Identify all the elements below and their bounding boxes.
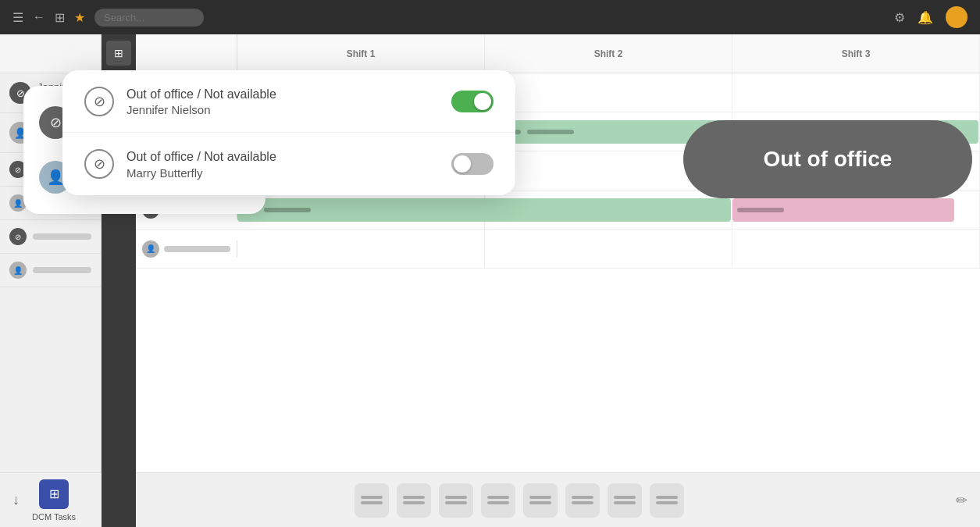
taskbar-icon-8[interactable]	[650, 483, 684, 518]
taskbar-icon-4[interactable]	[481, 483, 515, 518]
row4-cell2	[485, 191, 732, 229]
pencil-icon[interactable]: ✏	[956, 492, 968, 509]
toggle-knob-marry	[454, 155, 471, 173]
taskbar-icon-6[interactable]	[565, 483, 600, 518]
shift2-header: Shift 2	[485, 34, 732, 73]
row5-cell1	[237, 230, 485, 268]
row5-cell2	[485, 230, 732, 268]
event-pink-1[interactable]	[732, 198, 954, 222]
menu-icon[interactable]: ☰	[12, 10, 23, 25]
cal-header: Shift 1 Shift 2 Shift 3	[136, 34, 980, 73]
out-of-office-pill: Out of office	[683, 120, 972, 198]
avatar-5: ⊘	[9, 228, 27, 245]
navbar: ☰ ← ⊞ ★ ⚙ 🔔	[0, 0, 980, 34]
avatar-6: 👤	[9, 262, 27, 279]
grid-icon[interactable]: ⊞	[55, 10, 65, 25]
dcm-tasks-label: DCM Tasks	[32, 512, 76, 522]
popup-icon-marry: ⊘	[84, 149, 114, 179]
taskbar-icon-3[interactable]	[439, 483, 473, 518]
row1-cell3	[732, 73, 980, 112]
out-of-office-label: Out of office	[764, 147, 893, 172]
star-icon[interactable]: ★	[74, 10, 85, 25]
taskbar-icon-2[interactable]	[397, 483, 431, 518]
toggle-marry[interactable]	[451, 153, 494, 175]
employee-item-5[interactable]: ⊘	[0, 220, 101, 254]
taskbar-small-icons	[88, 483, 950, 518]
search-input[interactable]	[94, 9, 204, 27]
name-col-header	[136, 34, 237, 73]
row5-cells	[237, 230, 980, 268]
bell-icon[interactable]: 🔔	[918, 10, 933, 25]
popup-inner: ⊘ Out of office / Not available Jennifer…	[62, 70, 515, 195]
taskbar-icon-1[interactable]	[355, 483, 389, 518]
shift1-header: Shift 1	[237, 34, 485, 73]
navbar-right: ⚙ 🔔	[894, 6, 968, 28]
taskbar-icon-5[interactable]	[523, 483, 558, 518]
row1-cell2	[485, 73, 732, 112]
employee-item-6[interactable]: 👤	[0, 254, 101, 287]
popup-subtitle-marry: Marry Butterfly	[127, 166, 439, 180]
back-icon[interactable]: ←	[33, 10, 45, 24]
out-of-office-popup: ⊘ Out of office / Not available Jennifer…	[62, 70, 515, 195]
popup-row-jennifer: ⊘ Out of office / Not available Jennifer…	[62, 70, 515, 133]
row-name-5: 👤	[136, 240, 237, 258]
toggle-jennifer[interactable]	[451, 91, 494, 112]
popup-title-marry: Out of office / Not available	[127, 148, 439, 166]
settings-icon[interactable]: ⚙	[894, 10, 905, 25]
row4-cell1	[237, 191, 485, 229]
popup-text-jennifer: Out of office / Not available Jennifer N…	[127, 86, 439, 116]
dcm-tasks-app[interactable]: ⊞ DCM Tasks	[26, 476, 82, 525]
user-avatar[interactable]	[946, 6, 968, 28]
popup-title-jennifer: Out of office / Not available	[127, 86, 439, 103]
popup-text-marry: Out of office / Not available Marry Butt…	[127, 148, 439, 179]
table-row: 👤	[136, 230, 980, 269]
popup-icon-jennifer: ⊘	[84, 87, 114, 116]
dcm-tasks-icon: ⊞	[39, 479, 69, 509]
row5-avatar: 👤	[142, 240, 159, 258]
taskbar: ↓ ⊞ DCM Tasks ✏	[0, 472, 980, 527]
row5-cell3	[732, 230, 980, 268]
popup-subtitle-jennifer: Jennifer Nielson	[127, 103, 439, 116]
shift3-header: Shift 3	[732, 34, 980, 73]
taskbar-icon-7[interactable]	[608, 483, 642, 518]
table-icon[interactable]: ⊞	[106, 41, 131, 66]
toggle-knob-jennifer	[474, 93, 491, 110]
popup-row-marry: ⊘ Out of office / Not available Marry Bu…	[62, 133, 515, 194]
down-arrow-icon[interactable]: ↓	[12, 492, 20, 508]
